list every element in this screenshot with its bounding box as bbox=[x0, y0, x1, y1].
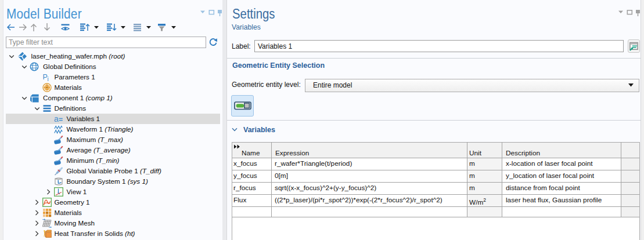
svg-text:i: i bbox=[48, 76, 49, 82]
svg-text:a: a bbox=[54, 114, 59, 123]
